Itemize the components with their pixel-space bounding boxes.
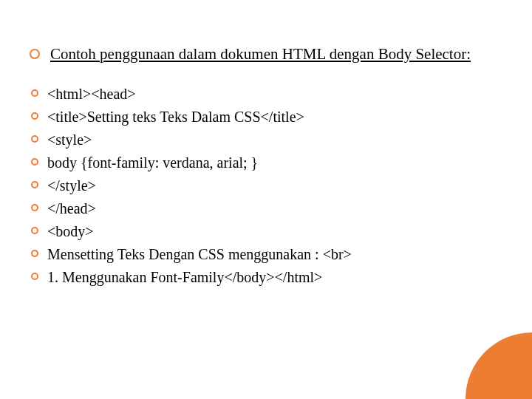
bullet-icon [31,181,38,188]
list-item: </style> [30,176,495,196]
list-item: 1. Menggunakan Font-Family</body></html> [30,267,495,287]
list-item: Mensetting Teks Dengan CSS menggunakan :… [30,245,495,265]
list-item: <html><head> [30,84,495,104]
list-item-text: <style> [47,130,92,150]
list-item-text: body {font-family: verdana, arial; } [47,153,258,173]
bullet-icon [31,158,38,166]
list-item-text: <html><head> [47,84,136,104]
list-item: </head> [30,199,495,219]
list-item-text: </head> [47,199,96,219]
heading-row: Contoh penggunaan dalam dokumen HTML den… [30,44,495,64]
corner-decoration [466,332,532,399]
list-item: <title>Setting teks Teks Dalam CSS</titl… [30,107,495,127]
bullet-icon [31,227,38,234]
list-item-text: <title>Setting teks Teks Dalam CSS</titl… [47,107,304,127]
list-item-text: 1. Menggunakan Font-Family</body></html> [47,267,322,287]
bullet-icon [31,112,38,120]
list-item: body {font-family: verdana, arial; } [30,153,495,173]
list-item-text: </style> [47,176,96,196]
list-item: <style> [30,130,495,150]
slide-heading: Contoh penggunaan dalam dokumen HTML den… [50,44,471,64]
bullet-icon [30,49,40,59]
list-item: <body> [30,222,495,242]
bullet-icon [31,273,38,280]
slide: Contoh penggunaan dalam dokumen HTML den… [0,0,532,399]
list-item-text: Mensetting Teks Dengan CSS menggunakan :… [47,245,352,265]
bullet-icon [31,135,38,143]
bullet-icon [31,250,38,257]
list-item-text: <body> [47,222,94,242]
bullet-icon [31,89,38,97]
bullet-icon [31,204,38,211]
